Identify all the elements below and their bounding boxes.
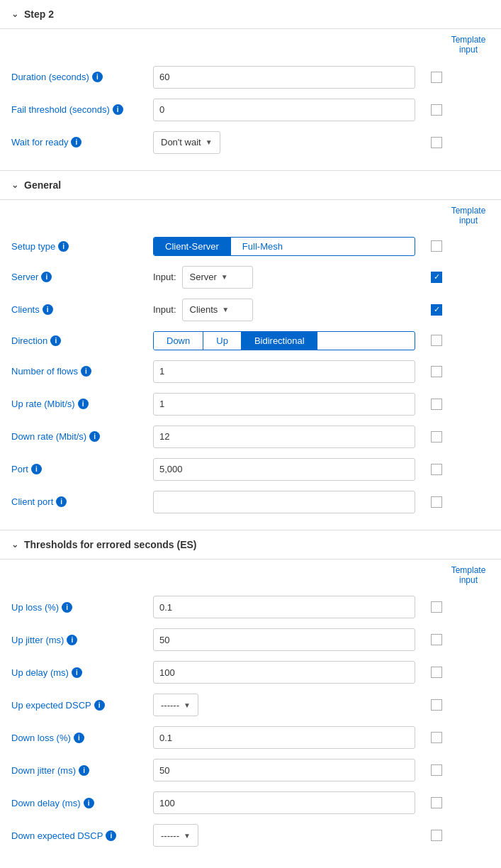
fail-threshold-input[interactable] [153,99,415,121]
down-jitter-input[interactable] [153,759,415,781]
wait-for-ready-dropdown[interactable]: Don't wait ▼ [153,131,220,154]
down-delay-info-icon[interactable]: i [84,798,94,808]
down-expected-dscp-arrow-icon: ▼ [184,832,191,840]
direction-down-btn[interactable]: Down [154,332,203,350]
clients-info-icon[interactable]: i [43,304,53,315]
port-checkbox[interactable] [431,464,442,475]
server-info-icon[interactable]: i [41,272,52,282]
up-jitter-checkbox-col [415,634,458,645]
down-delay-checkbox[interactable] [431,797,442,808]
general-section: ⌄ General Template input Setup type i Cl… [0,171,501,530]
down-expected-dscp-checkbox-col [415,830,458,841]
port-input[interactable] [153,458,415,481]
down-rate-input[interactable] [153,425,415,448]
direction-bidirectional-btn[interactable]: Bidirectional [242,332,317,350]
fail-threshold-checkbox[interactable] [431,104,442,116]
number-of-flows-info-icon[interactable]: i [81,366,91,377]
down-expected-dscp-checkbox[interactable] [431,830,442,841]
down-expected-dscp-info-icon[interactable]: i [106,830,116,841]
setup-type-full-mesh-btn[interactable]: Full-Mesh [231,238,294,255]
up-rate-checkbox-col [415,399,458,410]
step2-template-header: Template input [0,29,501,58]
up-jitter-input[interactable] [153,628,415,651]
port-checkbox-col [415,464,458,475]
up-delay-label: Up delay (ms) i [11,667,153,678]
server-input-group: Input: Server ▼ [153,266,415,289]
up-rate-input[interactable] [153,393,415,416]
client-port-checkbox-col [415,496,458,508]
port-control [153,458,415,481]
down-expected-dscp-dropdown[interactable]: ------ ▼ [153,824,198,847]
up-jitter-info-icon[interactable]: i [67,635,77,645]
thresholds-section: ⌄ Thresholds for errored seconds (ES) Te… [0,530,501,864]
up-loss-label: Up loss (%) i [11,602,153,613]
duration-checkbox[interactable] [431,72,442,83]
direction-checkbox[interactable] [431,335,442,346]
up-delay-input[interactable] [153,661,415,684]
clients-checkbox-col [415,304,458,316]
up-delay-info-icon[interactable]: i [72,667,82,678]
down-loss-input[interactable] [153,726,415,749]
number-of-flows-input[interactable] [153,360,415,383]
down-loss-checkbox-col [415,732,458,743]
clients-checkbox[interactable] [431,304,442,316]
server-checkbox[interactable] [431,272,442,283]
setup-type-client-server-btn[interactable]: Client-Server [154,238,231,255]
down-rate-checkbox[interactable] [431,431,442,443]
up-jitter-checkbox[interactable] [431,634,442,645]
down-loss-info-icon[interactable]: i [74,733,84,743]
setup-type-checkbox[interactable] [431,240,442,252]
thresholds-form: Up loss (%) i Up jitter (ms) i [0,588,501,863]
up-delay-control [153,661,415,684]
duration-input[interactable] [153,66,415,89]
down-expected-dscp-row: Down expected DSCP i ------ ▼ [11,819,490,852]
down-jitter-info-icon[interactable]: i [79,765,89,776]
thresholds-header: ⌄ Thresholds for errored seconds (ES) [0,530,501,560]
port-info-icon[interactable]: i [31,464,42,474]
step2-title: Step 2 [24,9,54,20]
setup-type-row: Setup type i Client-Server Full-Mesh [11,232,490,261]
up-delay-checkbox[interactable] [431,667,442,678]
step2-chevron[interactable]: ⌄ [11,9,18,19]
client-port-info-icon[interactable]: i [56,496,67,507]
client-port-checkbox[interactable] [431,496,442,508]
clients-dropdown[interactable]: Clients ▼ [182,299,253,321]
up-delay-row: Up delay (ms) i [11,656,490,689]
server-dropdown[interactable]: Server ▼ [182,266,253,289]
up-loss-row: Up loss (%) i [11,591,490,623]
fail-threshold-info-icon[interactable]: i [113,104,123,115]
up-expected-dscp-checkbox[interactable] [431,699,442,711]
up-loss-info-icon[interactable]: i [62,602,72,613]
thresholds-chevron[interactable]: ⌄ [11,540,18,550]
wait-for-ready-info-icon[interactable]: i [71,137,81,148]
down-jitter-checkbox-col [415,764,458,776]
general-chevron[interactable]: ⌄ [11,180,18,190]
client-port-row: Client port i [11,486,490,518]
duration-info-icon[interactable]: i [92,72,103,82]
down-loss-checkbox[interactable] [431,732,442,743]
up-rate-info-icon[interactable]: i [78,399,89,409]
duration-label: Duration (seconds) i [11,72,153,82]
up-loss-checkbox[interactable] [431,601,442,613]
up-expected-dscp-info-icon[interactable]: i [94,700,105,711]
number-of-flows-checkbox[interactable] [431,366,442,377]
general-form: Setup type i Client-Server Full-Mesh Ser… [0,229,501,530]
fail-threshold-label: Fail threshold (seconds) i [11,104,153,115]
setup-type-label: Setup type i [11,241,153,252]
direction-up-btn[interactable]: Up [203,332,242,350]
server-control: Input: Server ▼ [153,266,415,289]
up-rate-checkbox[interactable] [431,399,442,410]
down-delay-row: Down delay (ms) i [11,786,490,819]
down-delay-input[interactable] [153,791,415,814]
up-loss-input[interactable] [153,596,415,618]
down-jitter-checkbox[interactable] [431,764,442,776]
clients-arrow-icon: ▼ [222,306,229,313]
duration-control [153,66,415,89]
port-label: Port i [11,464,153,474]
client-port-input[interactable] [153,491,415,513]
wait-for-ready-checkbox[interactable] [431,137,442,148]
setup-type-info-icon[interactable]: i [58,241,69,252]
up-expected-dscp-dropdown[interactable]: ------ ▼ [153,694,198,716]
direction-info-icon[interactable]: i [50,335,61,346]
down-rate-info-icon[interactable]: i [89,431,100,442]
